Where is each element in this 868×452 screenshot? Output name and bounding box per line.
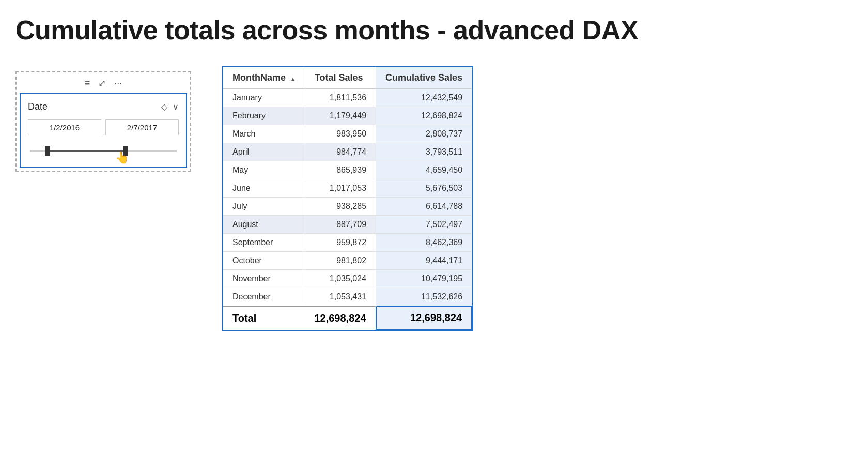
slider-fill: [48, 150, 126, 152]
slicer-date-range: 1/2/2016 2/7/2017: [28, 119, 179, 135]
cell-cumulative-sales: 7,502,497: [376, 216, 472, 234]
footer-label: Total: [223, 306, 305, 329]
cell-month: April: [223, 143, 305, 161]
cell-month: December: [223, 288, 305, 307]
date-slicer: ≡ ⤢ ··· Date ◇ ∨ 1/2/2016 2/7/2017: [16, 71, 191, 172]
table-row: July938,2856,614,788: [223, 198, 472, 216]
table-row: January1,811,53612,432,549: [223, 89, 472, 107]
cell-month: January: [223, 89, 305, 107]
table-row: February1,179,44912,698,824: [223, 107, 472, 125]
table-row: March983,9502,808,737: [223, 125, 472, 143]
cell-total-sales: 981,802: [305, 252, 376, 270]
cell-month: September: [223, 234, 305, 252]
slicer-label: Date: [28, 101, 48, 112]
slicer-header: Date ◇ ∨: [28, 101, 179, 112]
slicer-toolbar: ≡ ⤢ ···: [20, 76, 187, 93]
cell-total-sales: 938,285: [305, 198, 376, 216]
slicer-end-date[interactable]: 2/7/2017: [105, 119, 179, 135]
cell-cumulative-sales: 12,432,549: [376, 89, 472, 107]
table-row: April984,7743,793,511: [223, 143, 472, 161]
col-header-cumulative-sales: Cumulative Sales: [376, 67, 472, 89]
cell-total-sales: 984,774: [305, 143, 376, 161]
cell-cumulative-sales: 11,532,626: [376, 288, 472, 307]
monthly-sales-table: MonthName ▲ Total Sales Cumulative Sales…: [223, 67, 472, 330]
date-slider[interactable]: 👆: [30, 146, 177, 156]
cell-month: June: [223, 179, 305, 198]
slicer-start-date[interactable]: 1/2/2016: [28, 119, 101, 135]
cell-month: February: [223, 107, 305, 125]
cell-cumulative-sales: 2,808,737: [376, 125, 472, 143]
cell-month: October: [223, 252, 305, 270]
cell-total-sales: 1,811,536: [305, 89, 376, 107]
cell-cumulative-sales: 3,793,511: [376, 143, 472, 161]
cell-month: November: [223, 270, 305, 288]
page-title: Cumulative totals across months - advanc…: [0, 0, 868, 56]
cell-cumulative-sales: 4,659,450: [376, 161, 472, 179]
cell-cumulative-sales: 8,462,369: [376, 234, 472, 252]
col-header-month: MonthName ▲: [223, 67, 305, 89]
footer-total-sales: 12,698,824: [305, 306, 376, 329]
hamburger-icon[interactable]: ≡: [85, 78, 90, 89]
cell-month: March: [223, 125, 305, 143]
cell-total-sales: 1,035,024: [305, 270, 376, 288]
slider-thumb-left[interactable]: [45, 146, 50, 156]
cell-cumulative-sales: 10,479,195: [376, 270, 472, 288]
cell-month: July: [223, 198, 305, 216]
table-row: May865,9394,659,450: [223, 161, 472, 179]
cell-total-sales: 1,053,431: [305, 288, 376, 307]
table-row: September959,8728,462,369: [223, 234, 472, 252]
cell-total-sales: 865,939: [305, 161, 376, 179]
slider-thumb-right[interactable]: [123, 146, 128, 156]
cell-cumulative-sales: 12,698,824: [376, 107, 472, 125]
table-row: November1,035,02410,479,195: [223, 270, 472, 288]
collapse-icon[interactable]: ∨: [173, 102, 179, 112]
focus-icon[interactable]: ⤢: [98, 78, 106, 89]
more-icon[interactable]: ···: [114, 78, 122, 89]
data-table-container: MonthName ▲ Total Sales Cumulative Sales…: [222, 66, 473, 331]
cell-cumulative-sales: 5,676,503: [376, 179, 472, 198]
cell-total-sales: 1,017,053: [305, 179, 376, 198]
footer-cumulative-sales: 12,698,824: [376, 306, 472, 329]
eraser-icon[interactable]: ◇: [161, 102, 167, 112]
col-header-total-sales: Total Sales: [305, 67, 376, 89]
table-row: December1,053,43111,532,626: [223, 288, 472, 307]
table-row: August887,7097,502,497: [223, 216, 472, 234]
cell-total-sales: 1,179,449: [305, 107, 376, 125]
cell-total-sales: 983,950: [305, 125, 376, 143]
table-row: June1,017,0535,676,503: [223, 179, 472, 198]
table-footer-row: Total 12,698,824 12,698,824: [223, 306, 472, 329]
cell-month: May: [223, 161, 305, 179]
cell-cumulative-sales: 9,444,171: [376, 252, 472, 270]
cell-total-sales: 959,872: [305, 234, 376, 252]
table-header-row: MonthName ▲ Total Sales Cumulative Sales: [223, 67, 472, 89]
cell-cumulative-sales: 6,614,788: [376, 198, 472, 216]
table-row: October981,8029,444,171: [223, 252, 472, 270]
cell-total-sales: 887,709: [305, 216, 376, 234]
cell-month: August: [223, 216, 305, 234]
sort-arrow-month[interactable]: ▲: [290, 76, 296, 82]
